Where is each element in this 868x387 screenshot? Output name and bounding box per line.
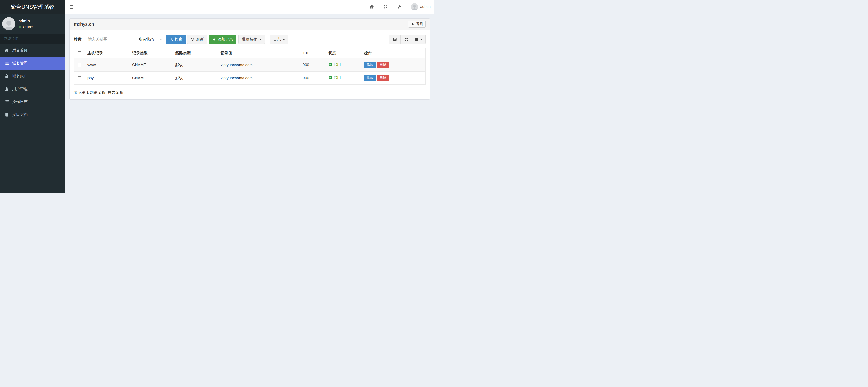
back-button[interactable]: 返回 [408,21,426,28]
back-button-label: 返回 [416,22,423,26]
edit-button[interactable]: 修改 [364,75,376,81]
search-button[interactable]: 搜索 [166,35,186,44]
cell-value: vip.yuncname.com [218,59,301,72]
row-actions: 修改 删除 [364,62,389,68]
column-header-type: 记录类型 [130,48,173,59]
row-actions: 修改 删除 [364,75,389,81]
summary-prefix: 显示第 1 到第 2 条, 总共 [74,90,116,95]
table-row: www CNAME 默认 vip.yuncname.com 900 启用 [74,59,426,72]
refresh-button[interactable]: 刷新 [187,35,207,44]
row-checkbox[interactable] [78,76,81,80]
summary-suffix: 条 [119,90,123,95]
table-header-row: 主机记录 记录类型 线路类型 记录值 TTL 状态 操作 [74,48,426,59]
refresh-button-label: 刷新 [196,37,204,42]
toggle-view-button[interactable] [389,35,401,44]
batch-actions-dropdown[interactable]: 批量操作 [239,35,265,44]
main-area: admin mxhyz.cn 返回 搜索 [65,0,434,194]
status-badge: 启用 [329,75,341,80]
sidebar-item-logs[interactable]: 操作日志 [0,95,65,108]
sidebar-item-dashboard[interactable]: 后台首页 [0,44,65,57]
user-avatar [411,3,418,10]
user-status-label: Online [23,25,33,29]
columns-grid-icon [414,37,418,41]
check-circle-icon [329,76,333,80]
cell-line: 默认 [173,72,218,85]
online-dot-icon [19,26,21,28]
column-header-line: 线路类型 [173,48,218,59]
add-record-button-label: 添加记录 [218,37,233,42]
row-checkbox[interactable] [78,63,81,67]
search-button-label: 搜索 [175,37,182,42]
search-icon [169,37,173,41]
sidebar: 聚合DNS管理系统 admin Online 功能导航 后台首页 域名管理 [0,0,65,194]
sidebar-item-api-docs[interactable]: 接口文档 [0,108,65,121]
status-badge: 启用 [329,62,341,67]
panel-heading: mxhyz.cn 返回 [70,19,430,30]
columns-button[interactable] [412,35,426,44]
list-alt-icon [393,37,397,41]
refresh-icon [191,37,195,41]
expand-icon[interactable] [383,4,388,9]
table-row: pay CNAME 默认 vip.yuncname.com 900 启用 [74,72,426,85]
cell-ttl: 900 [301,72,326,85]
user-avatar [2,17,16,30]
book-icon [4,112,9,117]
domain-records-panel: mxhyz.cn 返回 搜索 所有状态 [69,18,430,100]
search-label: 搜索 [74,37,82,42]
cell-line: 默认 [173,59,218,72]
user-status: Online [19,25,33,29]
status-select-wrap: 所有状态 [135,35,164,44]
hamburger-icon[interactable] [69,4,74,9]
user-icon [4,87,9,91]
cell-value: vip.yuncname.com [218,72,301,85]
pagination-summary: 显示第 1 到第 2 条, 总共 2 条 [74,90,426,95]
status-label: 启用 [333,75,341,80]
fullscreen-icon [404,37,408,41]
delete-button[interactable]: 删除 [377,75,389,81]
delete-button[interactable]: 删除 [377,62,389,68]
table-view-button-group [389,35,426,44]
wrench-icon[interactable] [397,4,402,9]
cell-host: www [85,59,130,72]
log-dropdown-label: 日志 [273,37,281,42]
home-icon[interactable] [370,4,374,9]
navbar-user-menu[interactable]: admin [411,3,431,10]
user-name: admin [19,19,33,23]
sidebar-user-panel: admin Online [0,14,65,34]
cell-type: CNAME [130,59,173,72]
sidebar-item-users[interactable]: 用户管理 [0,82,65,95]
column-header-actions: 操作 [362,48,426,59]
add-record-button[interactable]: 添加记录 [209,35,237,44]
sidebar-item-label: 后台首页 [12,48,28,53]
cell-ttl: 900 [301,59,326,72]
cell-type: CNAME [130,72,173,85]
fullscreen-button[interactable] [400,35,412,44]
navbar-right: admin [370,3,431,10]
log-list-icon [4,100,9,104]
column-header-host: 主机记录 [85,48,130,59]
navbar-user-name: admin [420,4,431,9]
cell-host: pay [85,72,130,85]
content-area: mxhyz.cn 返回 搜索 所有状态 [65,14,434,100]
sidebar-item-domains[interactable]: 域名管理 [0,57,65,70]
select-all-checkbox[interactable] [78,51,81,55]
status-select[interactable]: 所有状态 [135,35,164,44]
search-input[interactable] [85,35,134,44]
log-dropdown[interactable]: 日志 [270,35,288,44]
edit-button[interactable]: 修改 [364,62,376,68]
app-root: 聚合DNS管理系统 admin Online 功能导航 后台首页 域名管理 [0,0,434,194]
records-table: 主机记录 记录类型 线路类型 记录值 TTL 状态 操作 [74,48,426,85]
sidebar-section-label: 功能导航 [0,34,65,44]
sidebar-item-domain-accounts[interactable]: 域名账户 [0,70,65,82]
app-title: 聚合DNS管理系统 [0,0,65,14]
sidebar-nav: 后台首页 域名管理 域名账户 用户管理 操作日志 接口文档 [0,44,65,121]
sidebar-item-label: 操作日志 [12,99,28,104]
caret-down-icon [421,39,423,40]
caret-down-icon [283,39,285,40]
user-info: admin Online [19,19,33,29]
column-header-ttl: TTL [301,48,326,59]
home-icon [4,48,9,52]
plus-icon [212,37,216,41]
sidebar-item-label: 域名管理 [12,61,28,66]
panel-body: 搜索 所有状态 搜索 [70,30,430,99]
